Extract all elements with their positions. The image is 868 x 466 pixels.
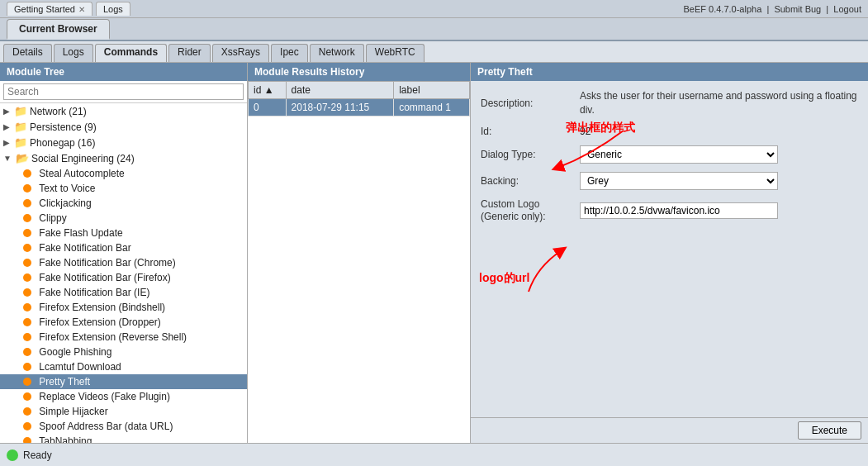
list-item[interactable]: Fake Notification Bar (Chrome): [0, 255, 247, 270]
tree-item-persistence[interactable]: ▶ 📁 Persistence (9): [0, 119, 247, 135]
tree-item-social-engineering[interactable]: ▼ 📂 Social Engineering (24): [0, 150, 247, 166]
close-getting-started-icon[interactable]: ✕: [78, 5, 85, 14]
current-browser-tab[interactable]: Current Browser: [7, 19, 110, 40]
main-content: Module Tree ▶ 📁 Network (21) ▶ 📁 Persist…: [0, 63, 868, 443]
tab-details[interactable]: Details: [3, 44, 52, 62]
module-dot-icon: [23, 244, 31, 252]
cell-id: 0: [249, 99, 287, 116]
list-item[interactable]: Lcamtuf Download: [0, 359, 247, 374]
logs-tab-label: Logs: [103, 4, 123, 14]
list-item[interactable]: TabNabbing: [0, 434, 247, 443]
list-item[interactable]: Spoof Address Bar (data URL): [0, 419, 247, 434]
custom-logo-input[interactable]: [580, 202, 778, 219]
cell-label: command 1: [394, 99, 470, 116]
module-dot-icon: [23, 318, 31, 326]
module-dot-icon: [23, 333, 31, 341]
status-dot-icon: [7, 449, 18, 461]
list-item[interactable]: Clippy: [0, 211, 247, 226]
status-bar: Ready: [0, 443, 868, 466]
sub-tab-bar: Details Logs Commands Rider XssRays Ipec…: [0, 41, 868, 63]
list-item[interactable]: Fake Notification Bar (Firefox): [0, 270, 247, 285]
tree-label: Spoof Address Bar (data URL): [39, 421, 173, 432]
beef-version: BeEF 0.4.7.0-alpha: [683, 4, 761, 14]
list-item[interactable]: Steal Autocomplete: [0, 166, 247, 181]
module-dot-icon: [23, 214, 31, 222]
custom-logo-row: Custom Logo(Generic only):: [481, 198, 858, 224]
results-header: Module Results History: [248, 63, 470, 81]
submit-bug-link[interactable]: Submit Bug: [774, 4, 821, 14]
backing-label: Backing:: [481, 175, 580, 187]
tree-label: Firefox Extension (Bindshell): [39, 302, 165, 313]
tab-logs[interactable]: Logs: [96, 2, 130, 16]
list-item[interactable]: Google Phishing: [0, 345, 247, 359]
module-dot-icon: [23, 184, 31, 193]
list-item[interactable]: Text to Voice: [0, 181, 247, 196]
tree-label: Fake Notification Bar (Firefox): [39, 272, 170, 283]
module-dot-icon: [23, 348, 31, 356]
list-item[interactable]: Simple Hijacker: [0, 404, 247, 419]
top-bar-right: BeEF 0.4.7.0-alpha | Submit Bug | Logout: [683, 4, 861, 14]
tree-label: Simple Hijacker: [39, 406, 107, 417]
tree-label: Network (21): [30, 106, 87, 117]
tree-item-pretty-theft[interactable]: Pretty Theft: [0, 374, 247, 389]
search-input[interactable]: [3, 83, 244, 100]
detail-panel: Pretty Theft Description: Asks the user …: [471, 63, 868, 443]
tab-commands[interactable]: Commands: [95, 44, 167, 62]
logout-link[interactable]: Logout: [833, 4, 861, 14]
description-value: Asks the user for their username and pas…: [580, 89, 858, 117]
list-item[interactable]: Fake Notification Bar (IE): [0, 285, 247, 300]
tab-rider[interactable]: Rider: [168, 44, 211, 62]
tab-xssrays[interactable]: XssRays: [212, 44, 269, 62]
tab-ipec[interactable]: Ipec: [271, 44, 308, 62]
cell-date: 2018-07-29 11:15: [286, 99, 394, 116]
table-row[interactable]: 0 2018-07-29 11:15 command 1: [249, 99, 470, 116]
tree-label: Google Phishing: [39, 346, 111, 358]
list-item[interactable]: Replace Videos (Fake Plugin): [0, 389, 247, 404]
description-row: Description: Asks the user for their use…: [481, 89, 858, 117]
custom-logo-label: Custom Logo(Generic only):: [481, 198, 580, 224]
tree-label: Clippy: [39, 212, 66, 224]
module-dot-icon: [23, 422, 31, 430]
module-dot-icon: [23, 407, 31, 416]
tree-label: Steal Autocomplete: [39, 168, 124, 179]
execute-button[interactable]: Execute: [798, 421, 861, 440]
list-item[interactable]: Fake Flash Update: [0, 226, 247, 240]
list-item[interactable]: Firefox Extension (Reverse Shell): [0, 330, 247, 345]
tree-label: Fake Flash Update: [39, 227, 122, 239]
module-dot-icon: [23, 392, 31, 401]
id-value: 92: [580, 126, 591, 137]
col-id: id ▲: [249, 82, 287, 99]
backing-row: Backing: Grey Dark Transparent: [481, 172, 858, 190]
tree-label: Firefox Extension (Dropper): [39, 316, 160, 328]
module-dot-icon: [23, 229, 31, 237]
dialog-type-row: Dialog Type: Generic Facebook LinkedIn: [481, 145, 858, 164]
tree-item-phonegap[interactable]: ▶ 📁 Phonegap (16): [0, 135, 247, 150]
list-item[interactable]: Clickjacking: [0, 196, 247, 211]
detail-content: Description: Asks the user for their use…: [471, 81, 868, 417]
tree-label: Pretty Theft: [39, 376, 90, 388]
list-item[interactable]: Firefox Extension (Dropper): [0, 315, 247, 330]
expand-icon: ▼: [3, 154, 12, 163]
list-item[interactable]: Fake Notification Bar: [0, 240, 247, 255]
tree-item-network[interactable]: ▶ 📁 Network (21): [0, 103, 247, 119]
module-dot-icon: [23, 199, 31, 207]
tree-label: Persistence (9): [30, 121, 97, 133]
execute-button-row: Execute: [471, 417, 868, 443]
tab-logs[interactable]: Logs: [54, 44, 93, 62]
tree-label: Text to Voice: [39, 183, 95, 194]
tree-label: Fake Notification Bar (Chrome): [39, 257, 175, 269]
list-item[interactable]: Firefox Extension (Bindshell): [0, 300, 247, 315]
tab-network[interactable]: Network: [310, 44, 364, 62]
module-dot-icon: [23, 437, 31, 443]
results-panel: Module Results History id ▲ date label: [248, 63, 471, 443]
module-dot-icon: [23, 303, 31, 311]
tab-getting-started[interactable]: Getting Started ✕: [7, 2, 92, 16]
status-text: Ready: [23, 449, 52, 461]
module-dot-icon: [23, 259, 31, 267]
tab-webrtc[interactable]: WebRTC: [366, 44, 425, 62]
module-tree-panel: Module Tree ▶ 📁 Network (21) ▶ 📁 Persist…: [0, 63, 248, 443]
dialog-type-select[interactable]: Generic Facebook LinkedIn: [580, 145, 778, 164]
annotation-logo-url: logo的url: [479, 271, 529, 286]
backing-select[interactable]: Grey Dark Transparent: [580, 172, 778, 190]
folder-icon: 📁: [14, 121, 27, 133]
